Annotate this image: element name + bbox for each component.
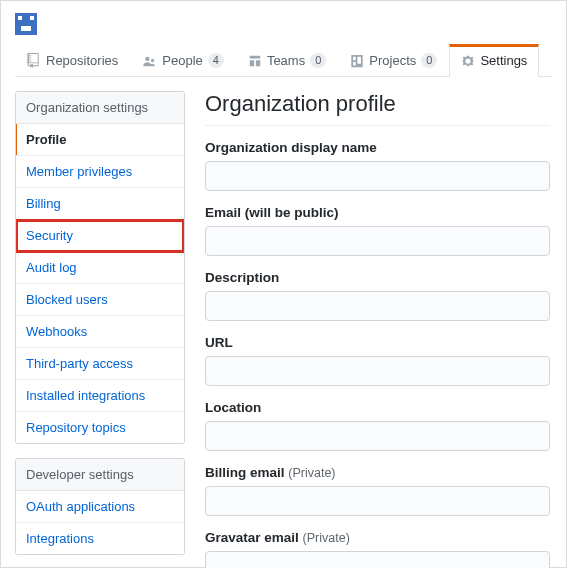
- org-avatar[interactable]: [15, 13, 37, 35]
- settings-sidebar: Organization settings Profile Member pri…: [15, 91, 185, 568]
- gravatar-email-label: Gravatar email (Private): [205, 530, 550, 545]
- tab-count: 4: [208, 53, 224, 68]
- repo-icon: [27, 53, 41, 68]
- sidebar-item-billing[interactable]: Billing: [16, 188, 184, 220]
- billing-email-label: Billing email (Private): [205, 465, 550, 480]
- tab-label: Teams: [267, 53, 305, 68]
- menu-header: Organization settings: [16, 92, 184, 124]
- developer-settings-menu: Developer settings OAuth applications In…: [15, 458, 185, 555]
- teams-icon: [248, 54, 262, 68]
- tab-teams[interactable]: Teams 0: [236, 44, 338, 77]
- org-tabnav: Repositories People 4 Teams 0 Projects 0: [15, 43, 552, 77]
- sidebar-item-third-party-access[interactable]: Third-party access: [16, 348, 184, 380]
- sidebar-item-webhooks[interactable]: Webhooks: [16, 316, 184, 348]
- sidebar-item-installed-integrations[interactable]: Installed integrations: [16, 380, 184, 412]
- url-label: URL: [205, 335, 550, 350]
- tab-count: 0: [310, 53, 326, 68]
- billing-email-input[interactable]: [205, 486, 550, 516]
- tab-label: Settings: [480, 53, 527, 68]
- org-settings-menu: Organization settings Profile Member pri…: [15, 91, 185, 444]
- sidebar-item-profile[interactable]: Profile: [16, 124, 184, 156]
- menu-header: Developer settings: [16, 459, 184, 491]
- email-label: Email (will be public): [205, 205, 550, 220]
- page-title: Organization profile: [205, 91, 550, 126]
- tab-settings[interactable]: Settings: [449, 44, 539, 77]
- sidebar-item-audit-log[interactable]: Audit log: [16, 252, 184, 284]
- tab-count: 0: [421, 53, 437, 68]
- email-input[interactable]: [205, 226, 550, 256]
- url-input[interactable]: [205, 356, 550, 386]
- people-icon: [142, 54, 157, 68]
- sidebar-item-blocked-users[interactable]: Blocked users: [16, 284, 184, 316]
- projects-icon: [350, 54, 364, 68]
- sidebar-item-oauth-applications[interactable]: OAuth applications: [16, 491, 184, 523]
- sidebar-item-member-privileges[interactable]: Member privileges: [16, 156, 184, 188]
- location-label: Location: [205, 400, 550, 415]
- gravatar-email-input[interactable]: [205, 551, 550, 568]
- tab-people[interactable]: People 4: [130, 44, 236, 77]
- sidebar-item-security[interactable]: Security: [16, 220, 184, 252]
- gear-icon: [461, 54, 475, 68]
- display-name-input[interactable]: [205, 161, 550, 191]
- sidebar-item-integrations[interactable]: Integrations: [16, 523, 184, 554]
- tab-label: People: [162, 53, 202, 68]
- tab-projects[interactable]: Projects 0: [338, 44, 449, 77]
- description-label: Description: [205, 270, 550, 285]
- display-name-label: Organization display name: [205, 140, 550, 155]
- sidebar-item-repository-topics[interactable]: Repository topics: [16, 412, 184, 443]
- tab-label: Projects: [369, 53, 416, 68]
- location-input[interactable]: [205, 421, 550, 451]
- main-content: Organization profile Organization displa…: [205, 91, 552, 568]
- tab-label: Repositories: [46, 53, 118, 68]
- description-input[interactable]: [205, 291, 550, 321]
- tab-repositories[interactable]: Repositories: [15, 44, 130, 77]
